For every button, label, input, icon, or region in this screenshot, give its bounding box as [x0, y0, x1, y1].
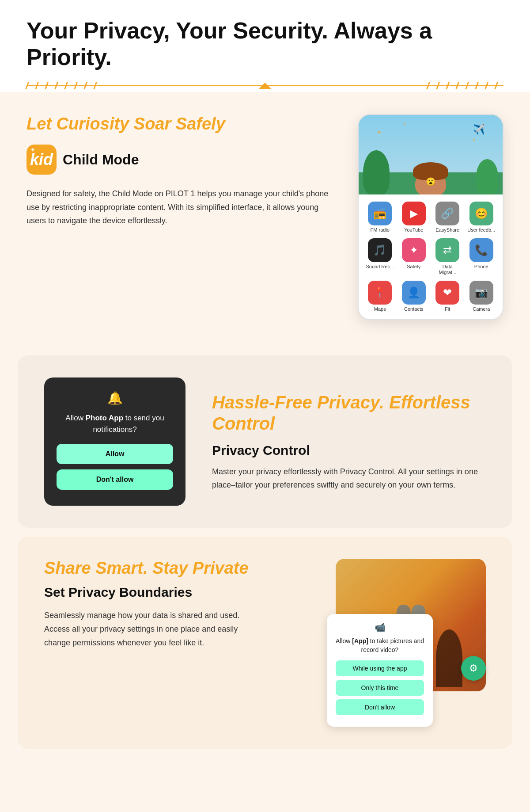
- app-label: Contacts: [404, 306, 423, 312]
- divider-hatch-right: [428, 82, 504, 89]
- photo-collage: 👥 📸 ⚙ 📹: [318, 559, 486, 727]
- permission-popup: 📹 Allow [App] to take pictures and recor…: [327, 614, 433, 727]
- kid-icon: kid✦: [26, 145, 57, 175]
- privacy-control-content: Hassle-Free Privacy. Effortless Control …: [212, 392, 486, 492]
- app-item[interactable]: 🎵Sound Rec...: [366, 238, 394, 275]
- app-icon: 📷: [469, 281, 493, 305]
- app-item[interactable]: ▶YouTube: [400, 202, 428, 233]
- app-icon: 🎵: [368, 238, 392, 262]
- privacy-subheading: Privacy Control: [212, 443, 486, 458]
- app-item[interactable]: 🔗EasyShare: [433, 202, 462, 233]
- header: Your Privacy, Your Security. Always a Pr…: [0, 0, 530, 92]
- phone-screen-top: 😮 ✈️ ✦ ✦ ✦: [359, 115, 503, 194]
- app-label: Maps: [374, 306, 386, 312]
- app-icon: 👤: [402, 281, 426, 305]
- popup-dont-allow-button[interactable]: Don't allow: [336, 699, 424, 715]
- dont-allow-button[interactable]: Don't allow: [57, 469, 173, 490]
- allow-button[interactable]: Allow: [57, 444, 173, 464]
- app-item[interactable]: 😊User feedb...: [467, 202, 496, 233]
- phone-mockup-container: 😮 ✈️ ✦ ✦ ✦ 📻FM radio▶YouTube🔗EasyShare😊U…: [358, 114, 504, 320]
- phone-mockup: 😮 ✈️ ✦ ✦ ✦ 📻FM radio▶YouTube🔗EasyShare😊U…: [358, 114, 504, 320]
- child-mode-description: Designed for safety, the Child Mode on P…: [26, 187, 340, 228]
- app-icon: 🔗: [435, 202, 459, 225]
- app-label: Fit: [445, 306, 450, 312]
- app-label: FM radio: [371, 227, 390, 233]
- while-using-button[interactable]: While using the app: [336, 660, 424, 676]
- app-icon: 📍: [368, 281, 392, 305]
- section3-content: Share Smart. Stay Private Set Privacy Bo…: [44, 559, 486, 727]
- app-label: Data Migrat...: [433, 264, 462, 275]
- privacy-boundaries-description: Seamlessly manage how your data is share…: [44, 609, 265, 649]
- app-label: User feedb...: [467, 227, 495, 233]
- character: 😮: [415, 168, 446, 194]
- filter-fab-button[interactable]: ⚙: [461, 656, 486, 681]
- app-icon: ✦: [402, 238, 426, 262]
- section-privacy-boundaries: Share Smart. Stay Private Set Privacy Bo…: [18, 537, 512, 749]
- app-label: Phone: [474, 264, 488, 270]
- notification-card: 🔔 Allow Photo App to send you notificati…: [44, 377, 186, 506]
- camera-icon: 📹: [336, 622, 424, 633]
- app-item[interactable]: 👤Contacts: [400, 281, 428, 312]
- app-label: EasyShare: [435, 227, 459, 233]
- paper-plane: ✈️: [473, 124, 485, 135]
- divider: [26, 80, 504, 92]
- page-title: Your Privacy, Your Security. Always a Pr…: [26, 18, 504, 80]
- app-item[interactable]: 📻FM radio: [366, 202, 394, 233]
- notification-text: Allow Photo App to send you notification…: [57, 412, 173, 435]
- privacy-heading: Hassle-Free Privacy. Effortless Control: [212, 392, 486, 434]
- app-icon: ▶: [402, 202, 426, 225]
- app-label: YouTube: [404, 227, 423, 233]
- tree-right: [476, 159, 498, 194]
- app-item[interactable]: ✦Safety: [400, 238, 428, 275]
- app-label: Safety: [407, 264, 420, 270]
- section-child-mode: Let Curiosity Soar Safely kid✦ Child Mod…: [0, 92, 530, 347]
- app-icon: ⇄: [435, 238, 459, 262]
- divider-hatch-left: [26, 82, 102, 89]
- divider-chevron: [259, 83, 271, 89]
- section-privacy-control: 🔔 Allow Photo App to send you notificati…: [18, 355, 512, 528]
- child-mode-heading: Let Curiosity Soar Safely: [26, 114, 340, 134]
- app-icon: 📞: [469, 238, 493, 262]
- app-icon: 📻: [368, 202, 392, 225]
- app-item[interactable]: 📍Maps: [366, 281, 394, 312]
- tree-left: [363, 150, 390, 194]
- app-item[interactable]: 📞Phone: [467, 238, 496, 275]
- app-icon: 😊: [469, 202, 493, 225]
- bell-icon: 🔔: [57, 391, 173, 405]
- notification-card-container: 🔔 Allow Photo App to send you notificati…: [44, 377, 186, 506]
- section1-content: Let Curiosity Soar Safely kid✦ Child Mod…: [26, 114, 340, 228]
- photo-collage-container: 👥 📸 ⚙ 📹: [318, 559, 486, 727]
- app-label: Camera: [473, 306, 490, 312]
- privacy-boundaries-subheading: Set Privacy Boundaries: [44, 585, 265, 600]
- only-this-time-button[interactable]: Only this time: [336, 680, 424, 696]
- child-mode-badge: kid✦ Child Mode: [26, 145, 340, 175]
- notif-app-name: Photo App: [86, 414, 123, 422]
- app-item[interactable]: ⇄Data Migrat...: [433, 238, 462, 275]
- popup-text: Allow [App] to take pictures and record …: [336, 637, 424, 654]
- child-mode-label: Child Mode: [63, 152, 139, 168]
- app-icon: ❤: [435, 281, 459, 305]
- share-smart-heading: Share Smart. Stay Private: [44, 559, 265, 578]
- popup-app-name: [App]: [352, 637, 368, 644]
- section3-text: Share Smart. Stay Private Set Privacy Bo…: [44, 559, 265, 649]
- app-label: Sound Rec...: [366, 264, 394, 270]
- privacy-description: Master your privacy effortlessly with Pr…: [212, 465, 486, 492]
- apps-grid: 📻FM radio▶YouTube🔗EasyShare😊User feedb..…: [359, 194, 503, 320]
- app-item[interactable]: ❤Fit: [433, 281, 462, 312]
- app-item[interactable]: 📷Camera: [467, 281, 496, 312]
